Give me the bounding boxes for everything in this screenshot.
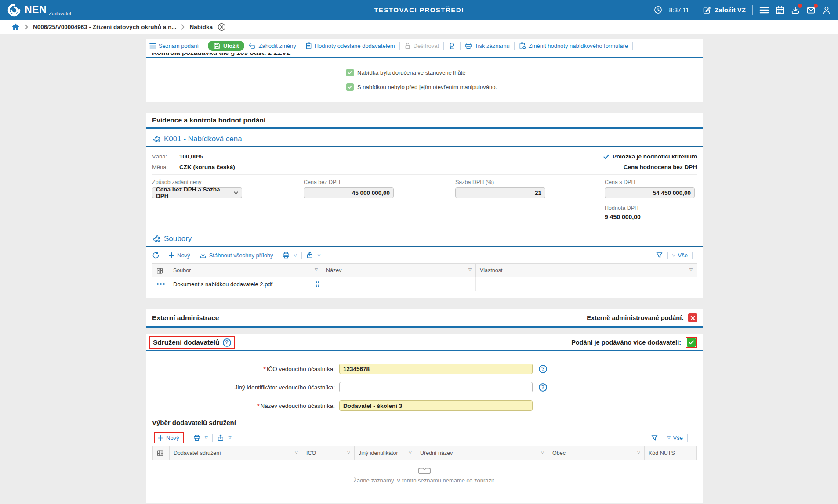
check-blue-icon (603, 154, 609, 159)
list-icon (149, 43, 156, 49)
print-grid-button[interactable]: ▽ (193, 434, 208, 441)
close-tab-icon[interactable] (218, 23, 226, 31)
clipboard-icon (305, 42, 312, 49)
notification-dot (798, 4, 802, 8)
vyber-table: Dodavatel sdružení▽ IČO▽ Jiný identifiká… (152, 446, 697, 460)
section-externi: Externí administrace Externě administrov… (146, 309, 703, 328)
breadcrumb-item[interactable]: N006/25/V00004963 - Zřízení datových okr… (33, 24, 176, 30)
vse-filter-button[interactable]: ▽ Vše (672, 252, 688, 259)
row-menu-cell[interactable] (152, 277, 169, 291)
column-header-dodavatel[interactable]: Dodavatel sdružení▽ (170, 446, 302, 460)
breadcrumb-tab[interactable]: Nabídka (189, 24, 213, 30)
toolbar-separator (687, 434, 688, 442)
desifrovat-button[interactable]: Dešifrovat (404, 42, 439, 49)
vse-filter-button[interactable]: ▽ Vše (667, 435, 683, 441)
header-separator (696, 5, 696, 15)
column-header-nazev[interactable]: Název▽ (322, 264, 476, 277)
sort-icon[interactable]: ▽ (409, 450, 412, 454)
sort-icon[interactable]: ▽ (295, 450, 298, 454)
hodnoty-odeslane-button[interactable]: Hodnoty odeslané dodavatelem (305, 42, 395, 49)
help-icon[interactable]: ? (539, 383, 547, 392)
zmenit-hodnoty-button[interactable]: Změnit hodnoty nabídkového formuláře (519, 42, 628, 50)
section-sdruzeni: Sdružení dodavatelů ? Podání je podáváno… (146, 334, 703, 503)
print-grid-button[interactable]: ▽ (283, 252, 297, 259)
column-settings-icon (157, 450, 163, 457)
ico-label: *IČO vedoucího účastníka: (146, 366, 335, 372)
clipboard-gear-icon (519, 42, 526, 50)
soubory-novy-button[interactable]: Nový (169, 252, 190, 259)
column-header-kod-nuts[interactable]: Kód NUTS (645, 446, 697, 460)
sort-icon[interactable]: ▽ (468, 267, 472, 272)
cell-handle-icon[interactable] (316, 281, 319, 287)
sort-icon[interactable]: ▽ (315, 267, 318, 272)
filter-icon[interactable] (656, 252, 663, 259)
ulozit-button[interactable]: Uložit (208, 41, 244, 51)
zalozit-vz-label: Založit VZ (715, 6, 746, 14)
column-header-jiny-identifikator[interactable]: Jiný identifikátor▽ (355, 446, 416, 460)
column-settings-header[interactable] (153, 446, 170, 460)
column-header-uredni-nazev[interactable]: Úřední název▽ (416, 446, 548, 460)
kontrola-check-2-label: S nabídkou nebylo před jejím otevřením m… (357, 84, 497, 90)
column-header-soubor[interactable]: Soubor▽ (169, 264, 322, 277)
form-row-jiny-identifikator: Jiný identifikátor vedoucího účastníka: … (146, 382, 703, 392)
column-header-obec[interactable]: Obec▽ (548, 446, 645, 460)
jiny-identifikator-input[interactable] (339, 382, 533, 392)
divider (152, 174, 697, 175)
nazev-label: *Název vedoucího účastníka: (146, 403, 335, 409)
refresh-icon[interactable] (152, 252, 160, 259)
cena-bez-dph-field: 45 000 000,00 (304, 187, 394, 198)
table-row[interactable]: Dokument s nabídkou dodavatele 2.pdf (152, 277, 697, 291)
vyber-novy-button[interactable]: Nový (158, 435, 179, 441)
ico-input[interactable] (339, 364, 533, 374)
zahodit-zmeny-button[interactable]: Zahodit změny (249, 43, 296, 49)
sdruzeni-checkbox-checked[interactable] (687, 338, 696, 347)
seznam-podani-button[interactable]: Seznam podání (149, 43, 199, 49)
help-icon[interactable]: ? (223, 338, 231, 347)
sort-icon[interactable]: ▽ (637, 450, 640, 454)
vse-label: Vše (673, 435, 683, 441)
filter-icon[interactable] (651, 434, 658, 442)
messages-button[interactable] (806, 6, 816, 14)
export-grid-button[interactable]: ▽ (306, 252, 321, 259)
column-header-vlastnost[interactable]: Vlastnost▽ (476, 264, 697, 277)
novy-label: Nový (177, 252, 190, 259)
sort-icon[interactable]: ▽ (541, 450, 544, 454)
dropdown-arrow-icon: ▽ (318, 253, 321, 257)
home-icon[interactable] (11, 23, 20, 31)
sort-icon[interactable]: ▽ (689, 267, 693, 272)
cell-nazev[interactable] (322, 277, 476, 291)
stahnout-prilohy-button[interactable]: Stáhnout všechny přílohy (200, 252, 273, 259)
externi-checkbox-unchecked[interactable] (688, 313, 697, 322)
toolbar-separator (195, 252, 195, 259)
tisk-zaznamu-label: Tisk záznamu (475, 43, 510, 49)
brand[interactable]: NEN Zadavatel (7, 3, 71, 17)
dropdown-arrow-icon: ▽ (229, 436, 232, 440)
toolbar-separator (164, 252, 164, 259)
export-grid-button[interactable]: ▽ (217, 434, 232, 441)
toolbar-separator (632, 42, 633, 50)
tisk-zaznamu-button[interactable]: Tisk záznamu (465, 42, 510, 49)
zpusob-dropdown[interactable]: Cena bez DPH a Sazba DPH (152, 187, 242, 198)
check-icon (689, 340, 694, 345)
menu-icon[interactable] (759, 6, 769, 14)
help-icon[interactable]: ? (539, 365, 547, 373)
downloads-button[interactable] (791, 6, 800, 14)
breadcrumb: N006/25/V00004963 - Zřízení datových okr… (0, 20, 838, 34)
column-settings-header[interactable] (152, 264, 169, 277)
cell-vlastnost[interactable] (476, 277, 697, 291)
printer-icon (193, 434, 200, 441)
printer-icon (283, 252, 290, 259)
column-header-ico[interactable]: IČO▽ (302, 446, 355, 460)
user-icon[interactable] (822, 6, 831, 14)
calendar-icon[interactable] (776, 6, 784, 14)
sort-icon[interactable]: ▽ (347, 450, 350, 454)
sdruzeni-checkbox-highlight (686, 337, 697, 348)
section-kontrola: Kontrola požadavku dle § 109 odst. 2 ZZV… (146, 53, 703, 102)
cell-soubor[interactable]: Dokument s nabídkou dodavatele 2.pdf (169, 277, 322, 291)
nazev-input[interactable] (339, 400, 533, 411)
vyber-heading: Výběr dodavatelů sdružení (146, 419, 703, 427)
zalozit-vz-button[interactable]: Založit VZ (703, 6, 746, 14)
empty-tray-icon (418, 467, 431, 475)
certificate-button[interactable] (448, 42, 456, 50)
toolbar-separator (443, 42, 444, 50)
